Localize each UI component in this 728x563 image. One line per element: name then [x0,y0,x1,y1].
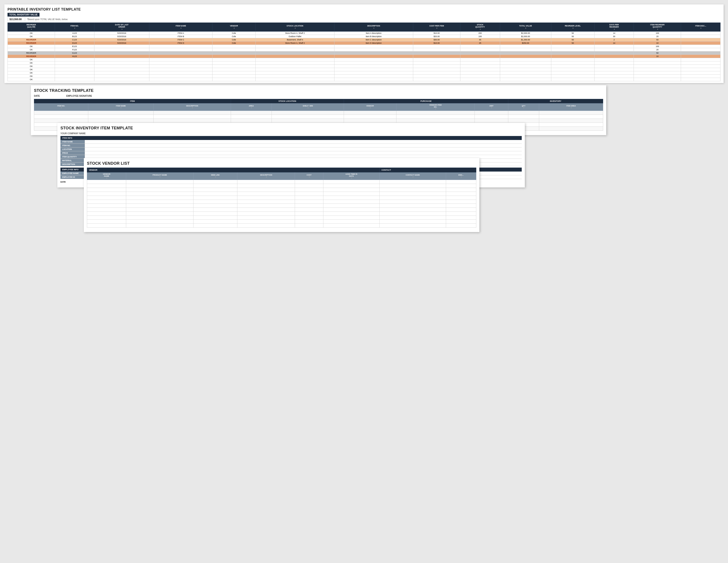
col-item-no: ITEM NO.▼ [55,23,94,32]
table-row [87,215,476,219]
inventory-table: REORDER(auto-fill)▼ ITEM NO.▼ DATE OF LA… [8,23,720,81]
item-field-label: DESCRIPTION [60,162,85,166]
table-row [87,223,476,227]
th-area: AREA▼ [231,103,272,111]
table-row [87,180,476,184]
th-web-link: WEB LINK▼ [193,172,237,180]
sheet-inventory-list: PRINTABLE INVENTORY LIST TEMPLATE TOTAL … [4,4,724,83]
table-row: OKF12320 [8,48,720,51]
th-contact-name: CONTACT NAME▼ [380,172,446,180]
table-row [34,111,603,115]
th-vendor-description: DESCRIPTION▼ [237,172,295,180]
th-description: DESCRIPTION▼ [154,103,231,111]
col-reorder: REORDER(auto-fill)▼ [8,23,55,32]
th-item-no: ITEM NO.▼ [34,103,88,111]
date-field-label: DATE [60,181,66,183]
total-note: *Based upon TOTAL VALUE fields, below. [27,18,68,21]
item-field-label: ITEM NO. [60,144,85,147]
table-row [87,203,476,207]
contact-group-header: CONTACT [380,167,476,172]
col-stock-location: STOCK LOCATION▼ [256,23,334,32]
th-email: EMA...▼ [446,172,476,180]
table-row: OK [8,74,720,78]
item-field-label: MATERIAL [60,159,85,162]
col-item-disc: ITEM DISC...▼ [681,23,720,32]
col-vendor: VENDOR▼ [212,23,255,32]
th-unit: UNIT▼ [475,103,508,111]
table-row: OK [8,78,720,81]
table-row [87,199,476,203]
th-vendor-item-no: VENDOR ITEMNO.▼ [396,103,475,111]
table-row [87,192,476,195]
item-field-value[interactable] [85,147,522,151]
table-row: OK [8,58,720,61]
col-total-value: TOTAL VALUE▼ [500,23,551,32]
table-row [34,115,603,118]
th-product-name: PRODUCT NAME▼ [126,172,193,180]
col-item-reorder-qty: ITEM REORDERQUANTITY▼ [634,23,681,32]
table-row [87,207,476,211]
table-row: REORDERC1235/20/2016ITEM CColeBasement, … [8,38,720,41]
table-row: OK [8,64,720,68]
th-item-name: ITEM NAME▼ [88,103,154,111]
table-row: OKB1235/20/2016ITEM BColeOutdoor PalletI… [8,35,720,38]
table-row: OKE123100 [8,45,720,48]
sheet-vendor-list-wrapper: STOCK VENDOR LIST VENDOR CONTACT VENDORN… [84,158,479,232]
th-qty: QTY▼ [508,103,539,111]
group-stock-location: STOCK LOCATION [231,99,344,103]
table-row [87,188,476,192]
col-cost-per-item: COST PER ITEM▼ [413,23,460,32]
vendor-title: STOCK VENDOR LIST [87,161,476,166]
table-row: REORDERD1235/20/2016ITEM DColeStore Room… [8,41,720,45]
item-field-label: PRICE [60,151,85,155]
item-info-header: ITEM INFO [60,136,522,140]
vendor-group-header: VENDOR [87,167,380,172]
item-title: STOCK INVENTORY ITEM TEMPLATE [60,126,522,130]
tracking-title: STOCK TRACKING TEMPLATE [34,88,603,93]
total-inventory-label: TOTAL INVENTORY VALUE [8,13,39,17]
page-title: PRINTABLE INVENTORY LIST TEMPLATE [8,8,720,11]
item-field-value[interactable] [85,151,522,155]
table-row [87,195,476,199]
table-row [87,184,476,188]
item-field-label: ITEM QUANTITY [60,155,85,158]
col-stock-qty: STOCKQUANTITY▼ [460,23,500,32]
item-field-label: LOCATION [60,147,85,151]
group-purchase: PURCHASE [344,99,508,103]
table-row: OK [8,71,720,74]
table-row: REORDERH12310 [8,55,720,58]
table-row: REORDERG12350 [8,51,720,55]
th-cost: COST▼ [295,172,323,180]
item-field-row: PRICE [60,151,522,155]
col-reorder-level: REORDER LEVEL▼ [551,23,594,32]
col-item-name: ITEM NAME▼ [149,23,212,32]
table-row: OK [8,61,720,64]
table-row [34,118,603,122]
col-date: DATE OF LASTORDER▼ [94,23,149,32]
th-lead-time: LEAD TIME INDAYS▼ [323,172,380,180]
employee-field-label: EMPLOYEE ID [60,175,85,179]
col-description: DESCRIPTION▼ [334,23,413,32]
item-field-row: ITEM NO. [60,144,522,147]
table-row [87,219,476,223]
date-label: DATE [34,95,40,97]
vendor-table: VENDOR CONTACT VENDORNAME▼ PRODUCT NAME▼… [87,167,476,227]
item-field-row: LOCATION [60,147,522,151]
table-row [87,211,476,215]
item-field-row: ITEM NAME [60,140,522,144]
total-inventory-value: $13,550.00 [8,17,25,21]
th-item-area: ITEM AREA▼ [539,103,603,111]
th-vendor-name: VENDORNAME▼ [87,172,126,180]
table-row: OKA1235/20/2016ITEM AColeStore Room A, S… [8,31,720,35]
th-shelf-bin: SHELF / BIN▼ [272,103,344,111]
item-field-value[interactable] [85,144,522,147]
item-field-value[interactable] [85,140,522,143]
group-item: ITEM [34,99,231,103]
company-name: YOUR COMPANY NAME [60,132,522,135]
employee-field-label: EMPLOYEE NAME [60,171,85,175]
group-inventory: INVENTORY [508,99,603,103]
table-row: OK [8,68,720,71]
item-field-label: ITEM NAME [60,140,85,143]
sig-label: EMPLOYEE SIGNATURE [66,95,92,97]
col-days-per-reorder: DAYS PERREORDER▼ [594,23,634,32]
